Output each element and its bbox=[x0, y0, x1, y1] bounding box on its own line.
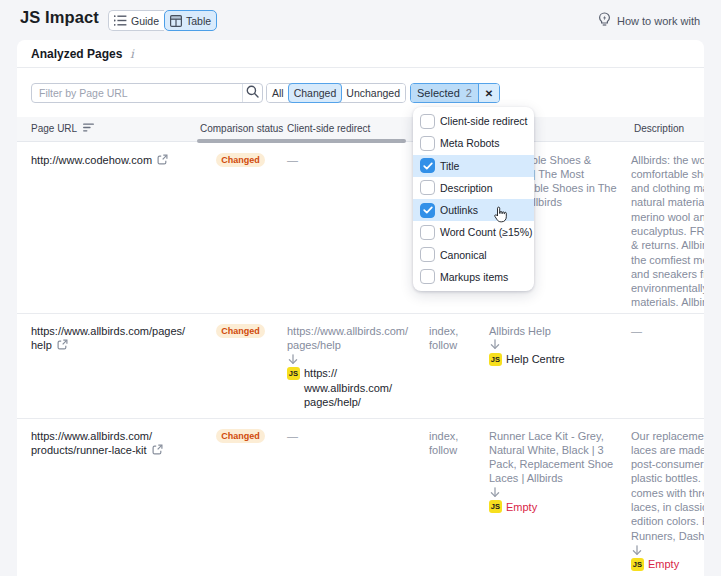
sort-icon bbox=[83, 117, 94, 141]
cell-page-url: http://www.codehow.com bbox=[31, 153, 199, 168]
cell-meta-robots: index, follow bbox=[429, 324, 489, 353]
help-link-label: How to work with bbox=[617, 15, 700, 27]
selected-filter-main[interactable]: Selected 2 bbox=[411, 84, 478, 102]
search-button[interactable] bbox=[242, 84, 262, 102]
description-old-value: Our replacement laces are made of post-c… bbox=[631, 429, 704, 543]
checkbox[interactable] bbox=[420, 225, 435, 240]
cell-title: Allbirds Help JSHelp Centre bbox=[489, 324, 618, 367]
mouse-cursor bbox=[494, 206, 508, 227]
menu-item-meta-robots[interactable]: Meta Robots bbox=[413, 132, 534, 154]
table-row: https://www.allbirds.com/pages/ help Cha… bbox=[17, 313, 704, 418]
menu-item-markups-items[interactable]: Markups items bbox=[413, 266, 534, 288]
status-badge: Changed bbox=[216, 324, 265, 338]
cell-comparison-status: Changed bbox=[198, 152, 283, 167]
analyzed-pages-panel: Analyzed Pages i All Changed Unchanged S… bbox=[17, 40, 704, 576]
guide-tab[interactable]: Guide bbox=[108, 10, 164, 31]
table-icon bbox=[170, 15, 182, 27]
title-old-value: Runner Lace Kit - Grey, Natural White, B… bbox=[489, 429, 618, 486]
menu-item-description[interactable]: Description bbox=[413, 177, 534, 199]
menu-item-word-count[interactable]: Word Count (≥15%) bbox=[413, 221, 534, 243]
status-filter-changed[interactable]: Changed bbox=[288, 83, 343, 103]
description-new-value: JSEmpty bbox=[631, 557, 704, 571]
status-badge: Changed bbox=[216, 153, 265, 167]
cell-page-url: https://www.allbirds.com/pages/ help bbox=[31, 324, 199, 354]
url-filter-box bbox=[31, 83, 263, 103]
cell-client-side-redirect: https://www.allbirds.com/ pages/help JSh… bbox=[287, 324, 417, 410]
arrow-down-icon bbox=[489, 338, 618, 352]
columns-dropdown: Client-side redirect Meta Robots Title D… bbox=[413, 107, 534, 291]
title-old-value: Allbirds Help bbox=[489, 324, 618, 338]
column-header-comparison-status[interactable]: Comparison status bbox=[200, 117, 283, 141]
cell-description: Allbirds: the world's comfortable shoes … bbox=[631, 153, 704, 310]
cell-page-url: https://www.allbirds.com/ products/runne… bbox=[31, 429, 199, 459]
panel-header: Analyzed Pages i bbox=[17, 40, 704, 68]
column-header-page-url[interactable]: Page URL bbox=[31, 117, 94, 141]
search-icon bbox=[246, 84, 259, 102]
help-link[interactable]: How to work with bbox=[598, 12, 700, 29]
external-link-icon[interactable] bbox=[152, 444, 163, 458]
selected-filter-label: Selected bbox=[417, 87, 460, 99]
menu-item-title[interactable]: Title bbox=[413, 155, 534, 177]
js-icon: JS bbox=[287, 367, 300, 380]
checkbox[interactable] bbox=[420, 114, 435, 129]
checkbox[interactable] bbox=[420, 136, 435, 151]
cell-client-side-redirect: — bbox=[287, 429, 417, 443]
page-url-link[interactable]: https://www.allbirds.com/pages/ help bbox=[31, 325, 185, 351]
table-tab[interactable]: Table bbox=[164, 10, 217, 31]
table-row: http://www.codehow.com Changed — Sustain… bbox=[17, 143, 704, 313]
menu-item-outlinks[interactable]: Outlinks bbox=[413, 199, 534, 221]
redirect-new-value: JShttps:// www.allbirds.com/ pages/help/ bbox=[287, 366, 417, 409]
page-url-link[interactable]: https://www.allbirds.com/ products/runne… bbox=[31, 430, 152, 456]
selected-filter-count: 2 bbox=[466, 87, 472, 99]
selected-filter-chip: Selected 2 ✕ bbox=[410, 83, 500, 103]
title-new-value: JSHelp Centre bbox=[489, 352, 618, 366]
list-icon bbox=[114, 15, 127, 26]
js-icon: JS bbox=[489, 500, 502, 513]
status-filter-all[interactable]: All bbox=[267, 84, 289, 102]
js-icon: JS bbox=[489, 353, 502, 366]
cell-meta-robots: index, follow bbox=[429, 429, 489, 458]
table-row: https://www.allbirds.com/ products/runne… bbox=[17, 418, 704, 576]
cell-comparison-status: Changed bbox=[198, 428, 283, 443]
external-link-icon[interactable] bbox=[57, 339, 68, 353]
selected-filter-close[interactable]: ✕ bbox=[478, 84, 499, 102]
page-title: JS Impact bbox=[20, 8, 99, 27]
close-icon: ✕ bbox=[485, 88, 493, 99]
view-toggle: Guide Table bbox=[108, 10, 217, 31]
status-badge: Changed bbox=[216, 429, 265, 443]
status-filter-group: All Changed Unchanged bbox=[266, 83, 406, 103]
checkbox[interactable] bbox=[420, 269, 435, 284]
checkbox-checked[interactable] bbox=[420, 158, 435, 173]
arrow-down-icon bbox=[287, 352, 417, 366]
column-header-client-side-redirect[interactable]: Client-side redirect bbox=[287, 117, 370, 141]
panel-title: Analyzed Pages bbox=[31, 47, 122, 61]
cell-comparison-status: Changed bbox=[198, 323, 283, 338]
cell-title: Runner Lace Kit - Grey, Natural White, B… bbox=[489, 429, 618, 515]
page-url-link[interactable]: http://www.codehow.com bbox=[31, 154, 152, 166]
checkbox[interactable] bbox=[420, 180, 435, 195]
info-icon[interactable]: i bbox=[126, 47, 138, 61]
menu-item-canonical[interactable]: Canonical bbox=[413, 244, 534, 266]
cell-description: Our replacement laces are made of post-c… bbox=[631, 429, 704, 572]
arrow-down-icon bbox=[631, 543, 704, 557]
table-tab-label: Table bbox=[186, 15, 211, 27]
external-link-icon[interactable] bbox=[157, 154, 168, 168]
redirect-old-value: https://www.allbirds.com/ pages/help bbox=[287, 324, 417, 353]
guide-tab-label: Guide bbox=[131, 15, 159, 27]
title-new-value: JSEmpty bbox=[489, 500, 618, 514]
column-header-description[interactable]: Description bbox=[634, 117, 684, 141]
menu-item-client-side-redirect[interactable]: Client-side redirect bbox=[413, 110, 534, 132]
url-filter-input[interactable] bbox=[32, 84, 242, 102]
checkbox[interactable] bbox=[420, 247, 435, 262]
checkbox-checked[interactable] bbox=[420, 203, 435, 218]
status-filter-unchanged[interactable]: Unchanged bbox=[341, 84, 405, 102]
lightbulb-icon bbox=[598, 12, 611, 29]
topbar: JS Impact Guide Table How to work with bbox=[0, 0, 721, 40]
cell-client-side-redirect: — bbox=[287, 153, 417, 167]
cell-description: — bbox=[631, 324, 704, 338]
js-icon: JS bbox=[631, 558, 644, 571]
arrow-down-icon bbox=[489, 486, 618, 500]
